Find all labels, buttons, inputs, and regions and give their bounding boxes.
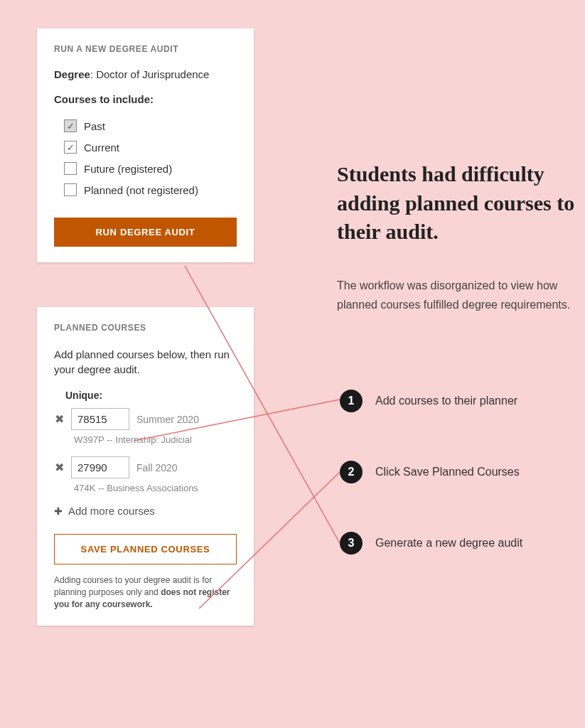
add-more-courses[interactable]: ✚ Add more courses (54, 505, 237, 517)
checkbox-label: Planned (not registered) (84, 184, 198, 196)
step-badge: 2 (340, 461, 363, 483)
term-label: Summer 2020 (136, 414, 199, 425)
step-text: Generate a new degree audit (375, 537, 522, 550)
degree-label: Degree (54, 68, 90, 80)
remove-icon[interactable]: ✖ (54, 412, 64, 426)
save-planned-courses-button[interactable]: SAVE PLANNED COURSES (54, 534, 237, 564)
headline: Students had difficulty adding planned c… (337, 160, 579, 247)
degree-value: : Doctor of Jurisprudence (90, 68, 210, 80)
unique-input[interactable] (71, 408, 129, 430)
checkbox-row-current[interactable]: ✓ Current (54, 136, 237, 158)
step-row: 1 Add courses to their planner (340, 390, 517, 412)
unique-input[interactable] (71, 456, 129, 478)
audit-panel-title: RUN A NEW DEGREE AUDIT (54, 44, 237, 54)
checkbox-past[interactable]: ✓ (64, 119, 77, 132)
checkbox-label: Current (84, 141, 119, 154)
checkbox-label: Future (registered) (84, 163, 172, 175)
planned-panel-title: PLANNED COURSES (54, 323, 237, 333)
checkbox-current[interactable]: ✓ (64, 141, 77, 154)
step-text: Click Save Planned Courses (375, 466, 520, 478)
plus-icon: ✚ (54, 505, 63, 517)
checkbox-label: Past (84, 120, 105, 132)
remove-icon[interactable]: ✖ (54, 461, 64, 474)
step-badge: 3 (340, 532, 363, 555)
step-row: 2 Click Save Planned Courses (340, 461, 520, 483)
checkbox-future[interactable] (64, 162, 77, 175)
step-badge: 1 (340, 390, 363, 412)
unique-label: Unique: (65, 390, 237, 401)
checkbox-planned[interactable] (64, 183, 77, 196)
audit-panel: RUN A NEW DEGREE AUDIT Degree: Doctor of… (37, 28, 254, 262)
planned-panel: PLANNED COURSES Add planned courses belo… (37, 307, 254, 626)
course-detail: 474K -- Business Associations (74, 483, 237, 493)
checkbox-row-future[interactable]: Future (registered) (54, 158, 237, 179)
subtext: The workflow was disorganized to view ho… (337, 276, 585, 314)
add-more-label: Add more courses (68, 505, 155, 517)
planned-description: Add planned courses below, then run your… (54, 347, 237, 377)
term-label: Fall 2020 (136, 462, 178, 473)
step-row: 3 Generate a new degree audit (340, 532, 522, 555)
step-text: Add courses to their planner (375, 395, 517, 407)
degree-line: Degree: Doctor of Jurisprudence (54, 68, 237, 80)
run-degree-audit-button[interactable]: RUN DEGREE AUDIT (54, 218, 237, 247)
disclaimer: Adding courses to your degree audit is f… (54, 574, 237, 610)
courses-include-label: Courses to include: (54, 93, 237, 105)
checkbox-row-planned[interactable]: Planned (not registered) (54, 179, 237, 200)
checkbox-row-past[interactable]: ✓ Past (54, 115, 237, 136)
planned-course-row: ✖ Summer 2020 (54, 408, 237, 430)
course-detail: W397P -- Internship: Judicial (74, 434, 237, 445)
planned-course-row: ✖ Fall 2020 (54, 456, 237, 478)
